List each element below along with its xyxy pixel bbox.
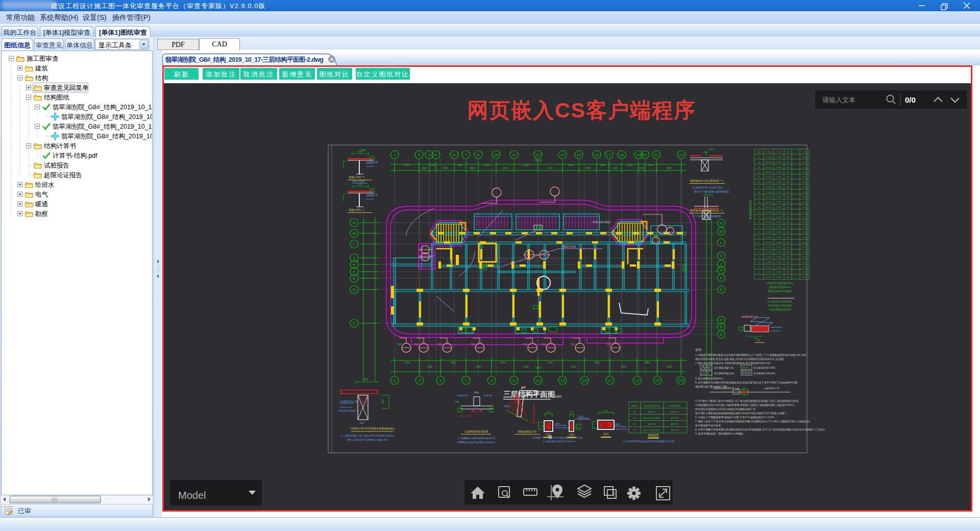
svg-text:0.650: 0.650 — [766, 271, 771, 273]
svg-text:22: 22 — [655, 378, 660, 383]
svg-text:YL1: YL1 — [571, 343, 575, 346]
svg-text:2.900: 2.900 — [776, 166, 781, 168]
svg-text:J: J — [720, 262, 722, 267]
svg-text:1: 1 — [394, 378, 396, 383]
svg-text:2.900: 2.900 — [776, 221, 781, 223]
svg-text:详见总图及桩基说明: 详见总图及桩基说明 — [768, 308, 791, 311]
svg-text:16: 16 — [758, 201, 760, 203]
svg-text:1: 1 — [758, 276, 760, 278]
svg-text:B: B — [720, 325, 722, 329]
svg-text:61.550: 61.550 — [766, 166, 772, 168]
svg-text:64.450: 64.450 — [766, 161, 772, 163]
svg-text:注:卡具布置间距以构造3米设置标准图集大样示意: 注:卡具布置间距以构造3米设置标准图集大样示意 — [623, 440, 675, 443]
svg-text:250: 250 — [540, 425, 543, 427]
svg-text:H: H — [720, 268, 723, 273]
svg-text:锚板大样(一): 锚板大样(一) — [349, 176, 364, 179]
svg-text:L: L — [353, 242, 356, 247]
svg-text:C25: C25 — [803, 161, 806, 163]
svg-text:YL1: YL1 — [606, 343, 611, 346]
svg-text:采用(降板与楼板平铺混凝土浇筑做法).: 采用(降板与楼板平铺混凝土浇筑做法). — [457, 441, 496, 444]
svg-text:2.900: 2.900 — [776, 211, 781, 213]
svg-text:C30: C30 — [786, 201, 790, 203]
svg-text:67.350: 67.350 — [766, 156, 772, 158]
svg-text:G21: G21 — [546, 433, 551, 436]
svg-text:15.150: 15.150 — [766, 246, 772, 248]
svg-text:6. 本层以上平面配筋数量锚固标平全图,不低于不锚固筋梁内不: 6. 本层以上平面配筋数量锚固标平全图,不低于不锚固筋梁内不小于2%. — [695, 416, 775, 419]
svg-text:C25: C25 — [803, 242, 806, 244]
svg-text:C30: C30 — [786, 206, 790, 208]
svg-text:KL1: KL1 — [709, 148, 714, 151]
svg-text:审查意见回复单: 审查意见回复单 — [44, 84, 89, 91]
svg-text:52.850: 52.850 — [766, 181, 772, 183]
svg-text:4: 4 — [435, 153, 437, 157]
svg-text:C30: C30 — [786, 261, 790, 263]
svg-text:25: 25 — [758, 156, 760, 158]
svg-text:楼层标高不同位置构造(二): 楼层标高不同位置构造(二) — [690, 209, 723, 212]
svg-text:若不易锚固不锚于标准.: 若不易锚固不锚于标准. — [695, 424, 721, 427]
svg-text:3200: 3200 — [404, 164, 410, 166]
svg-text:2: 2 — [758, 271, 760, 273]
svg-text:Model: Model — [178, 490, 206, 501]
svg-text:2.900: 2.900 — [776, 171, 781, 173]
svg-text:2400: 2400 — [502, 167, 508, 170]
svg-text:C25: C25 — [803, 251, 806, 253]
svg-text:C25: C25 — [803, 186, 806, 188]
svg-text:11: 11 — [512, 153, 517, 157]
svg-text:上层钢筋弯锚入墙: 上层钢筋弯锚入墙 — [339, 400, 358, 403]
svg-text:23: 23 — [758, 166, 760, 168]
svg-text:47.050: 47.050 — [766, 191, 772, 194]
svg-text:M: M — [720, 229, 723, 234]
svg-text:YL1: YL1 — [523, 343, 528, 346]
svg-text:墙体竖向分布筋(一): 墙体竖向分布筋(一) — [338, 409, 359, 412]
svg-text:图示以下钢筋需错Lc处55锚固筋.: 图示以下钢筋需错Lc处55锚固筋. — [694, 190, 729, 194]
svg-text:YL1: YL1 — [397, 343, 402, 346]
svg-text:3300: 3300 — [585, 167, 591, 170]
svg-text:5: 5 — [758, 256, 760, 258]
svg-text:请输入文本: 请输入文本 — [822, 96, 855, 104]
svg-text:加密: 加密 — [455, 400, 459, 403]
svg-text:表示钢筋混凝土墙,: 表示钢筋混凝土墙, — [714, 366, 734, 370]
svg-text:暖通: 暖通 — [35, 201, 48, 208]
svg-text:20: 20 — [758, 181, 760, 183]
svg-text:2.900: 2.900 — [776, 181, 781, 183]
svg-text:勘察: 勘察 — [35, 210, 48, 218]
svg-text:注:个连接平面x错筋锚固筋.: 注:个连接平面x错筋锚固筋. — [692, 214, 722, 218]
svg-text:墙宽: 墙宽 — [359, 422, 365, 424]
svg-text:12.250: 12.250 — [766, 251, 772, 253]
svg-text:机房层: 机房层 — [765, 151, 772, 153]
svg-text:表示楼面开洞-0.050;: 表示楼面开洞-0.050; — [753, 366, 776, 369]
svg-text:C25: C25 — [803, 226, 806, 228]
svg-text:2: 2 — [418, 153, 421, 157]
svg-text:4: 4 — [758, 261, 760, 263]
svg-text:电气: 电气 — [35, 191, 48, 198]
svg-text:翡翠湖别院_G8#_结构_2019_10_1: 翡翠湖别院_G8#_结构_2019_10_1 — [61, 133, 152, 140]
svg-text:11: 11 — [512, 378, 517, 383]
svg-text:3300: 3300 — [595, 361, 600, 364]
svg-text:J: J — [353, 256, 355, 260]
svg-text:41.250: 41.250 — [766, 201, 772, 203]
svg-text:2.900: 2.900 — [776, 191, 781, 194]
svg-text:C25: C25 — [803, 206, 806, 208]
svg-text:注:上层墙体钢筋下层于墙体交界处见界面错位误差达,: 注:上层墙体钢筋下层于墙体交界处见界面错位误差达, — [340, 434, 395, 437]
svg-text:2.900: 2.900 — [776, 236, 781, 238]
svg-text:12: 12 — [536, 378, 541, 383]
svg-text:2.900: 2.900 — [776, 261, 781, 263]
svg-text:XXXX: XXXX — [742, 366, 749, 369]
svg-text:2.900: 2.900 — [776, 161, 781, 163]
svg-text:若(不需口),重复做法锚锚锚筋钢(筋)锚筋与补锚(不固定)锚: 若(不需口),重复做法锚锚锚筋钢(筋)锚筋与补锚(不固定)锚固不低于(布)筋方锚… — [695, 412, 788, 415]
svg-text:20: 20 — [636, 153, 641, 157]
svg-text:15: 15 — [582, 378, 587, 383]
svg-text:13: 13 — [560, 153, 565, 157]
svg-text:表示降板50处墙体,: 表示降板50处墙体, — [714, 372, 734, 375]
svg-text:100x1x1000: 100x1x1000 — [352, 180, 365, 183]
svg-text:8: 8 — [477, 153, 480, 157]
svg-text:C25: C25 — [803, 211, 806, 213]
svg-text:±0.000相当于绝对标高: ±0.000相当于绝对标高 — [768, 304, 792, 307]
svg-text:2.900: 2.900 — [776, 231, 781, 233]
svg-text:C30: C30 — [786, 171, 790, 173]
svg-text:3300: 3300 — [443, 167, 448, 170]
svg-text:58.650: 58.650 — [766, 171, 772, 173]
svg-text:1: 1 — [394, 153, 396, 157]
svg-text:翡翠湖别院_G8#_结构_2019_10_17-三: 翡翠湖别院_G8#_结构_2019_10_17-三 — [53, 104, 152, 111]
svg-text:1800: 1800 — [470, 167, 475, 170]
